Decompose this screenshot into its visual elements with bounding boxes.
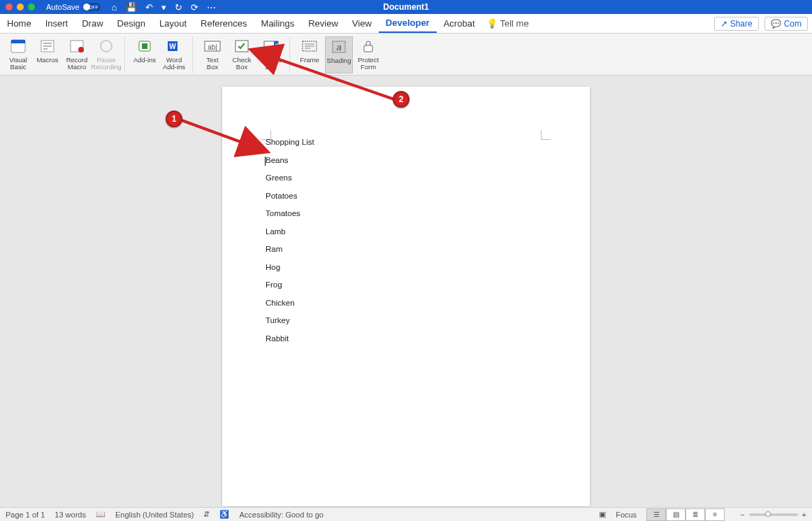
zoom-slider[interactable]: [749, 513, 798, 516]
frame-button[interactable]: Frame: [296, 36, 324, 73]
redo-icon[interactable]: ↻: [175, 2, 182, 13]
tab-insert[interactable]: Insert: [38, 14, 75, 33]
protect-form-icon: [360, 38, 377, 55]
tab-developer[interactable]: Developer: [379, 14, 437, 33]
home-icon[interactable]: ⌂: [112, 2, 117, 13]
autosave-state: OFF: [89, 5, 99, 10]
undo-icon[interactable]: ↶: [145, 2, 153, 13]
frame-icon: [301, 38, 318, 55]
accessibility-icon: ♿: [219, 510, 229, 519]
tab-home[interactable]: Home: [0, 14, 38, 33]
doc-item-3[interactable]: Tomatoes: [266, 210, 314, 218]
doc-item-7[interactable]: Frog: [266, 281, 314, 290]
svg-rect-1: [11, 40, 25, 43]
text-predictions-icon[interactable]: ⇵: [203, 510, 210, 519]
comments-button[interactable]: 💬 Com: [764, 17, 808, 31]
save-icon[interactable]: 💾: [126, 2, 137, 13]
tab-layout[interactable]: Layout: [152, 14, 194, 33]
tab-mailings[interactable]: Mailings: [254, 14, 302, 33]
doc-item-9[interactable]: Turkey: [266, 317, 314, 325]
combo-box-icon: [263, 38, 280, 55]
doc-item-1[interactable]: Greens: [266, 174, 314, 183]
doc-item-10[interactable]: Rabbit: [266, 335, 314, 343]
sync-icon[interactable]: ⟳: [191, 2, 198, 13]
quick-access-toolbar: ⌂ 💾 ↶ ▾ ↻ ⟳ ⋯: [112, 2, 216, 13]
add-ins-icon: [136, 38, 153, 55]
record-macro-button[interactable]: Record Macro: [63, 36, 91, 73]
zoom-out-button[interactable]: −: [740, 511, 744, 519]
comments-label: Com: [784, 19, 802, 29]
doc-item-5[interactable]: Ram: [266, 245, 314, 254]
tell-me-search[interactable]: 💡 Tell me: [486, 18, 529, 29]
minimize-window-icon[interactable]: [17, 3, 24, 10]
text-box-button[interactable]: ab| Text Box: [198, 36, 226, 73]
tab-references[interactable]: References: [194, 14, 254, 33]
document-body[interactable]: Shopping List Beans Greens Potatoes Toma…: [266, 138, 314, 352]
pause-recording-icon: [98, 38, 115, 55]
zoom-in-button[interactable]: +: [802, 511, 806, 519]
doc-item-8[interactable]: Chicken: [266, 299, 314, 308]
outline-view-button[interactable]: ≣: [686, 508, 705, 521]
autosave-toggle[interactable]: OFF: [82, 3, 101, 11]
spellcheck-icon[interactable]: 📖: [96, 510, 106, 519]
tab-view[interactable]: View: [345, 14, 379, 33]
status-page[interactable]: Page 1 of 1: [6, 511, 45, 519]
autosave: AutoSave OFF: [46, 3, 101, 11]
title-bar: AutoSave OFF ⌂ 💾 ↶ ▾ ↻ ⟳ ⋯ Document1: [0, 0, 812, 14]
window-controls[interactable]: [6, 3, 35, 10]
status-words[interactable]: 13 words: [55, 511, 86, 519]
record-macro-label: Record Macro: [66, 57, 88, 71]
macros-icon: [39, 38, 56, 55]
document-canvas[interactable]: Shopping List Beans Greens Potatoes Toma…: [0, 76, 812, 507]
doc-item-2[interactable]: Potatoes: [266, 192, 314, 201]
status-bar: Page 1 of 1 13 words 📖 English (United S…: [0, 507, 812, 521]
fullscreen-window-icon[interactable]: [28, 3, 35, 10]
svg-text:ab|: ab|: [208, 43, 217, 51]
doc-item-4[interactable]: Lamb: [266, 228, 314, 236]
share-button[interactable]: ↗ Share: [714, 17, 759, 31]
ribbon-group-code: Visual Basic Macros Record Macro Pause R…: [4, 36, 125, 73]
shading-label: Shading: [327, 57, 351, 64]
macros-button[interactable]: Macros: [34, 36, 61, 73]
zoom-control[interactable]: − +: [740, 511, 806, 519]
document-page[interactable]: Shopping List Beans Greens Potatoes Toma…: [222, 87, 590, 506]
tab-draw[interactable]: Draw: [75, 14, 110, 33]
shading-button[interactable]: a Shading: [325, 36, 353, 73]
text-box-icon: ab|: [204, 38, 221, 55]
zoom-slider-knob[interactable]: [765, 511, 771, 517]
svg-point-5: [101, 41, 112, 52]
record-macro-icon: [68, 38, 85, 55]
status-language[interactable]: English (United States): [115, 511, 194, 519]
svg-text:W: W: [169, 43, 176, 50]
more-icon[interactable]: ⋯: [207, 2, 216, 13]
tab-acrobat[interactable]: Acrobat: [437, 14, 482, 33]
svg-rect-7: [142, 43, 147, 49]
document-title: Document1: [383, 2, 428, 12]
close-window-icon[interactable]: [6, 3, 13, 10]
svg-rect-19: [364, 45, 372, 52]
frame-label: Frame: [300, 57, 319, 64]
ribbon-tabs: Home Insert Draw Design Layout Reference…: [0, 14, 812, 34]
draft-view-button[interactable]: ≡: [705, 508, 725, 521]
print-layout-view-button[interactable]: ☰: [646, 508, 666, 521]
check-box-button[interactable]: Check Box: [228, 36, 256, 73]
word-add-ins-button[interactable]: W Word Add-ins: [160, 36, 188, 73]
doc-item-6[interactable]: Hog: [266, 264, 314, 272]
svg-point-4: [78, 47, 84, 52]
protect-form-button[interactable]: Protect Form: [354, 36, 382, 73]
undo-dropdown-icon[interactable]: ▾: [161, 2, 166, 13]
tab-review[interactable]: Review: [301, 14, 345, 33]
status-accessibility[interactable]: Accessibility: Good to go: [239, 511, 323, 519]
visual-basic-button[interactable]: Visual Basic: [4, 36, 32, 73]
combo-box-button[interactable]: Combo Box: [257, 36, 285, 73]
tell-me-label: Tell me: [500, 18, 529, 29]
web-layout-view-button[interactable]: ▤: [666, 508, 686, 521]
check-box-label: Check Box: [233, 57, 252, 71]
doc-title-line[interactable]: Shopping List: [266, 138, 314, 147]
add-ins-button[interactable]: Add-ins: [131, 36, 159, 73]
tab-design[interactable]: Design: [110, 14, 152, 33]
status-focus[interactable]: Focus: [616, 511, 637, 519]
share-icon: ↗: [720, 19, 727, 29]
ribbon-group-controls: ab| Text Box Check Box Combo Box: [198, 36, 290, 73]
doc-item-0[interactable]: Beans: [266, 157, 314, 165]
